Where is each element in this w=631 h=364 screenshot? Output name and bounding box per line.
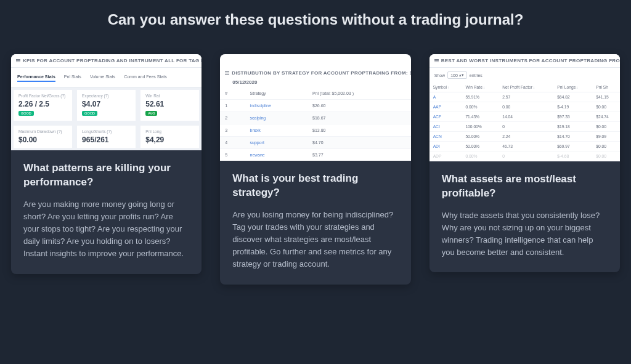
cell-strategy: support <box>245 137 308 149</box>
panel-header: KPIS FOR ACCOUNT PROPTRADING AND INSTRUM… <box>11 54 202 68</box>
table-row[interactable]: A55.91%2.57$64.82$41.15 <box>429 92 620 102</box>
cell-winrate: 0.00% <box>462 152 499 161</box>
panel-title: KPIS FOR ACCOUNT PROPTRADING AND INSTRUM… <box>23 58 202 63</box>
col-number[interactable]: # <box>220 87 245 100</box>
cell-pnl-longs: $64.82 <box>553 92 592 102</box>
tab-performance-stats[interactable]: Performance Stats <box>17 73 55 82</box>
menu-icon <box>16 59 20 62</box>
kpi-value: 52.61 <box>145 100 194 108</box>
sort-icon: ↑ <box>447 86 449 89</box>
col-symbol[interactable]: Symbol↑ <box>429 83 462 92</box>
card-strategy: DISTRUBUTION BY STRATEGY FOR ACCOUNT PRO… <box>220 54 410 285</box>
cell-symbol: ACN <box>429 132 462 142</box>
table-row[interactable]: 1indiscipline$26.60 <box>220 100 410 112</box>
card-heading: What assets are most/least profitable? <box>442 172 608 201</box>
table-row[interactable]: ACN50.00%2.24$14.70$9.09 <box>429 132 620 142</box>
cell-pnl-shorts: $0.00 <box>592 152 620 161</box>
cell-strategy: newsne <box>245 149 308 161</box>
tabs: Performance Stats Pnl Stats Volume Stats… <box>11 68 202 87</box>
card-assets: BEST AND WORST INSTRUMENTS FOR ACCOUNT P… <box>429 54 620 272</box>
panel-title: DISTRUBUTION BY STRATEGY FOR ACCOUNT PRO… <box>232 70 410 76</box>
page-title: Can you answer these questions without a… <box>0 11 631 28</box>
table-row[interactable]: AAP0.00%0.00$-4.19$0.00 <box>429 102 620 112</box>
cell-pnl-shorts: $0.00 <box>592 102 620 112</box>
cell-num: 2 <box>220 112 245 124</box>
table-row[interactable]: ACI100.00%0$19.18$0.00 <box>429 122 620 132</box>
kpi-win-rate: Win Rat 52.61 AVG <box>140 89 200 121</box>
kpi-value: $4.07 <box>82 100 131 108</box>
cell-npf: 14.04 <box>499 112 553 122</box>
panel-header: BEST AND WORST INSTRUMENTS FOR ACCOUNT P… <box>429 54 620 68</box>
table-row[interactable]: ADP0.00%0$-4.68$0.00 <box>429 152 620 161</box>
col-strategy[interactable]: Strategy <box>245 87 308 100</box>
tab-comm-fees-stats[interactable]: Comm and Fees Stats <box>124 73 167 82</box>
table-row[interactable]: 5newsne$3.77 <box>220 149 410 161</box>
cell-pnl-longs: $97.35 <box>553 112 592 122</box>
col-pnl[interactable]: Pnl (total: $5,002.03 ) <box>307 87 411 100</box>
col-npf[interactable]: Net Profit Factor↕ <box>499 83 553 92</box>
cell-pnl-longs: $-4.19 <box>553 102 592 112</box>
kpi-value: $4,29 <box>145 135 194 144</box>
chevron-updown-icon: ▴▾ <box>459 73 464 78</box>
panel-header: DISTRUBUTION BY STRATEGY FOR ACCOUNT PRO… <box>220 67 410 79</box>
cell-pnl: $4.70 <box>307 137 411 149</box>
distribution-table: # Strategy Pnl (total: $5,002.03 ) 1indi… <box>220 87 410 161</box>
card-patterns: KPIS FOR ACCOUNT PROPTRADING AND INSTRUM… <box>11 54 202 274</box>
col-win-rate[interactable]: Win Rate↕ <box>462 83 499 92</box>
tab-pnl-stats[interactable]: Pnl Stats <box>64 73 81 82</box>
cell-winrate: 50.00% <box>462 132 499 142</box>
kpi-label: Win Rat <box>145 94 194 98</box>
kpi-grid: Profit Factor Net/Gross (?) 2.26 / 2.5 G… <box>11 87 202 150</box>
cell-pnl-shorts: $9.09 <box>592 132 620 142</box>
cell-npf: 46.73 <box>499 142 553 152</box>
table-row[interactable]: ADI50.00%46.73$69.97$0.00 <box>429 142 620 152</box>
kpi-pnl-long: Pnl Long $4,29 <box>140 125 200 148</box>
cell-strategy: indiscipline <box>245 100 308 112</box>
cell-symbol: AAP <box>429 102 462 112</box>
sort-icon: ↕ <box>483 86 485 89</box>
panel-title: BEST AND WORST INSTRUMENTS FOR ACCOUNT P… <box>441 58 620 63</box>
kpi-expectancy: Expectancy (?) $4.07 GOOD <box>76 89 136 121</box>
cell-winrate: 100.00% <box>462 122 499 132</box>
cell-symbol: ACF <box>429 112 462 122</box>
cell-pnl: $26.60 <box>307 100 411 112</box>
sort-icon: ↕ <box>533 86 535 89</box>
card-body: What patterns are killing your performan… <box>11 150 202 274</box>
card-description: Are you losing money for being indiscipl… <box>232 209 398 271</box>
cell-strategy: scalping <box>245 112 308 124</box>
cell-pnl: $3.77 <box>307 149 411 161</box>
menu-icon <box>225 71 229 75</box>
kpi-longs-shorts: Longs/Shorts (?) 965/261 <box>76 125 136 148</box>
table-row[interactable]: 2scalping$18.67 <box>220 112 410 124</box>
cell-pnl: $18.67 <box>307 112 411 124</box>
cell-pnl-longs: $14.70 <box>553 132 592 142</box>
cell-winrate: 0.00% <box>462 102 499 112</box>
table-row[interactable]: 3brexk$13.80 <box>220 124 410 137</box>
cell-symbol: ADI <box>429 142 462 152</box>
status-badge: AVG <box>145 111 157 116</box>
entries-select[interactable]: 100 ▴▾ <box>447 71 467 79</box>
tab-volume-stats[interactable]: Volume Stats <box>90 73 115 82</box>
cell-npf: 0.00 <box>499 102 553 112</box>
kpi-value: 2.26 / 2.5 <box>18 100 67 108</box>
cell-winrate: 71.43% <box>462 112 499 122</box>
cell-npf: 0 <box>499 122 553 132</box>
cell-pnl-longs: $69.97 <box>553 142 592 152</box>
cell-npf: 2.24 <box>499 132 553 142</box>
cell-symbol: ACI <box>429 122 462 132</box>
kpi-value: $0.00 <box>18 135 67 144</box>
kpi-max-drawdown: Maximum Drawdown (?) $0.00 <box>13 125 73 148</box>
cell-winrate: 50.00% <box>462 142 499 152</box>
show-label: Show <box>434 73 446 78</box>
menu-icon <box>434 59 439 62</box>
table-row[interactable]: 4support$4.70 <box>220 137 410 149</box>
card-body: What assets are most/least profitable? W… <box>429 161 620 272</box>
kpi-label: Maximum Drawdown (?) <box>18 129 67 134</box>
card-body: What is your best trading strategy? Are … <box>220 161 410 285</box>
col-pnl-longs[interactable]: Pnl Longs↕ <box>553 83 592 92</box>
col-pnl-shorts[interactable]: Pnl Sh <box>592 83 620 92</box>
table-row[interactable]: ACF71.43%14.04$97.35$24.74 <box>429 112 620 122</box>
cards-row: KPIS FOR ACCOUNT PROPTRADING AND INSTRUM… <box>0 54 631 285</box>
cell-strategy: brexk <box>245 124 308 137</box>
cell-pnl-shorts: $24.74 <box>592 112 620 122</box>
